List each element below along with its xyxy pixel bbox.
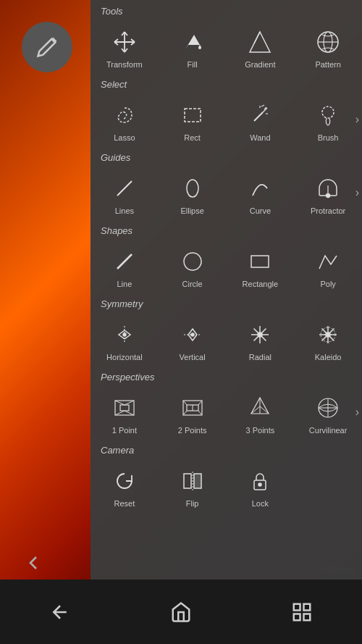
svg-point-15 xyxy=(187,180,198,197)
tool-fill[interactable]: Fill xyxy=(159,20,227,73)
tool-lock-label: Lock xyxy=(252,499,269,508)
tool-empty-slot xyxy=(294,459,362,512)
svg-line-42 xyxy=(322,336,327,340)
svg-rect-70 xyxy=(303,603,310,610)
section-select-label: Select xyxy=(90,73,362,93)
guides-arrow-icon: › xyxy=(355,186,359,199)
tool-curve[interactable]: Curve xyxy=(227,166,295,219)
perspective-2-icon xyxy=(177,393,208,423)
section-shapes-label: Shapes xyxy=(90,219,362,239)
svg-rect-64 xyxy=(184,474,191,488)
tool-curvilinear[interactable]: Curvilinear xyxy=(294,385,362,439)
tool-3points-label: 3 Points xyxy=(246,426,275,435)
tool-ellipse[interactable]: Ellipse xyxy=(159,166,227,219)
tool-circle-label: Circle xyxy=(182,280,203,288)
tool-wand[interactable]: Wand xyxy=(227,93,295,146)
tool-rect-label: Rect xyxy=(184,133,201,142)
svg-line-53 xyxy=(183,411,187,415)
tool-radial-label: Radial xyxy=(249,353,272,361)
svg-line-48 xyxy=(125,411,134,415)
back-button-overlay[interactable] xyxy=(22,551,45,580)
tool-reset-label: Reset xyxy=(114,499,135,508)
section-perspectives-label: Perspectives xyxy=(90,366,362,385)
svg-rect-49 xyxy=(120,405,129,411)
tool-wand-label: Wand xyxy=(250,133,270,142)
nav-home-button[interactable] xyxy=(170,601,192,623)
tool-curve-label: Curve xyxy=(250,206,271,215)
wand-icon xyxy=(245,100,275,130)
tool-line-label: Line xyxy=(117,280,132,288)
svg-line-60 xyxy=(260,406,269,414)
tool-flip[interactable]: Flip xyxy=(159,459,227,512)
section-camera-label: Camera xyxy=(90,439,362,459)
svg-line-39 xyxy=(322,329,327,333)
shapes-section-grid: Line Circle Rectangle Poly xyxy=(90,239,362,293)
svg-line-31 xyxy=(261,336,266,340)
tool-radial-symmetry[interactable]: Radial xyxy=(227,312,295,366)
nav-back-button[interactable] xyxy=(49,601,71,623)
top-pencil-button[interactable] xyxy=(22,22,72,72)
tool-pattern[interactable]: Pattern xyxy=(294,20,362,73)
tool-rectangle[interactable]: Rectangle xyxy=(227,239,295,293)
tool-poly-label: Poly xyxy=(320,280,335,288)
tool-1point-label: 1 Point xyxy=(112,426,137,435)
svg-line-40 xyxy=(329,336,334,340)
svg-line-2 xyxy=(254,32,260,43)
svg-point-24 xyxy=(191,333,194,336)
symmetry-h-icon xyxy=(109,319,140,350)
tool-lasso[interactable]: Lasso xyxy=(90,93,159,146)
flip-icon xyxy=(177,466,208,496)
tool-curvilinear-label: Curvilinear xyxy=(309,426,348,435)
svg-rect-71 xyxy=(293,614,300,620)
tool-circle[interactable]: Circle xyxy=(159,239,227,293)
tool-2points[interactable]: 2 Points xyxy=(159,385,227,439)
svg-rect-69 xyxy=(293,603,300,610)
perspectives-arrow-icon: › xyxy=(355,406,359,419)
symmetry-v-icon xyxy=(177,319,208,350)
svg-line-14 xyxy=(117,181,132,196)
tool-reset[interactable]: Reset xyxy=(90,459,159,512)
tool-poly[interactable]: Poly xyxy=(294,239,362,293)
tool-line-shape[interactable]: Line xyxy=(90,239,159,293)
tool-horizontal-symmetry[interactable]: Horizontal xyxy=(90,312,159,366)
svg-line-33 xyxy=(254,336,258,340)
tool-brush-label: Brush xyxy=(318,133,339,142)
section-symmetry-label: Symmetry xyxy=(90,293,362,312)
tool-rectangle-label: Rectangle xyxy=(243,280,279,288)
tool-kaleido[interactable]: Kaleido xyxy=(294,312,362,366)
tool-rect[interactable]: Rect xyxy=(159,93,227,146)
move-icon xyxy=(109,27,140,57)
tool-ellipse-label: Ellipse xyxy=(180,206,203,215)
svg-rect-6 xyxy=(185,109,201,122)
line-shape-icon xyxy=(109,246,140,277)
tool-transform-label: Transform xyxy=(106,60,143,69)
tool-vertical-symmetry[interactable]: Vertical xyxy=(159,312,227,366)
tool-transform[interactable]: Transform xyxy=(90,20,159,73)
tool-fill-label: Fill xyxy=(188,60,198,69)
tool-1point[interactable]: 1 Point xyxy=(90,385,159,439)
svg-line-54 xyxy=(198,411,202,415)
svg-point-13 xyxy=(322,106,334,118)
tool-gradient[interactable]: Gradient xyxy=(227,20,295,73)
svg-line-46 xyxy=(125,401,134,405)
tool-3points[interactable]: 3 Points xyxy=(227,385,295,439)
circle-icon xyxy=(177,246,208,277)
select-arrow-icon: › xyxy=(355,113,359,126)
tools-section-grid: Transform Fill Gradient xyxy=(90,20,362,73)
tool-protractor[interactable]: Protractor xyxy=(294,166,362,219)
lock-icon xyxy=(245,466,275,496)
tool-lines-label: Lines xyxy=(115,206,134,215)
tool-lock[interactable]: Lock xyxy=(227,459,295,512)
reset-icon xyxy=(109,466,140,496)
svg-point-68 xyxy=(258,483,261,486)
ellipse-icon xyxy=(177,173,208,204)
tool-brush-select[interactable]: Brush xyxy=(294,93,362,146)
curve-icon xyxy=(245,173,275,204)
tool-lines[interactable]: Lines xyxy=(90,166,159,219)
lines-guide-icon xyxy=(109,173,140,204)
tool-flip-label: Flip xyxy=(186,499,199,508)
svg-marker-1 xyxy=(250,32,270,52)
nav-recent-button[interactable] xyxy=(291,601,313,623)
symmetry-section-grid: Horizontal Vertical xyxy=(90,312,362,366)
poly-icon xyxy=(313,246,343,277)
